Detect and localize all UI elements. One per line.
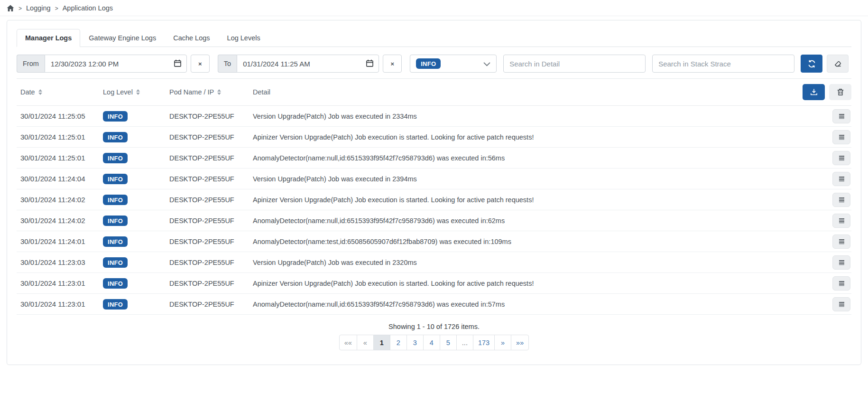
delete-logs-button[interactable]	[829, 84, 851, 100]
list-icon	[838, 155, 845, 161]
clear-to-date-button[interactable]: ×	[383, 55, 402, 73]
search-stack-trace-input[interactable]	[652, 55, 794, 73]
log-level-badge: INFO	[103, 257, 128, 268]
log-detail-button[interactable]	[832, 172, 850, 186]
pagination-page-2[interactable]: 2	[390, 335, 407, 350]
log-detail-button[interactable]	[832, 235, 850, 249]
log-level-cell: INFO	[103, 153, 169, 163]
log-date: 30/01/2024 11:24:01	[17, 237, 103, 245]
log-detail-button[interactable]	[832, 276, 850, 291]
breadcrumb-separator: >	[55, 5, 58, 12]
log-detail-button[interactable]	[832, 109, 850, 123]
tab-manager-logs[interactable]: Manager Logs	[17, 29, 80, 47]
column-header-log-level[interactable]: Log Level	[103, 88, 169, 96]
log-pod-name: DESKTOP-2PE55UF	[169, 196, 253, 204]
log-level-badge: INFO	[103, 216, 128, 226]
to-date-input[interactable]	[237, 55, 379, 73]
log-detail-button[interactable]	[832, 255, 850, 270]
table-row: 30/01/2024 11:24:02 INFO DESKTOP-2PE55UF…	[17, 189, 851, 210]
log-level-badge: INFO	[103, 299, 128, 310]
pagination-page-4[interactable]: 4	[423, 335, 440, 350]
log-detail-button[interactable]	[832, 151, 850, 165]
clear-from-date-button[interactable]: ×	[191, 55, 210, 73]
log-level-select[interactable]: INFO	[410, 55, 497, 73]
clear-filters-button[interactable]	[827, 55, 849, 73]
log-pod-name: DESKTOP-2PE55UF	[169, 217, 253, 225]
breadcrumb-item-application-logs: Application Logs	[63, 4, 113, 12]
pagination-page-1[interactable]: 1	[373, 335, 390, 350]
download-logs-button[interactable]	[803, 84, 825, 100]
table-row: 30/01/2024 11:23:01 INFO DESKTOP-2PE55UF…	[17, 294, 851, 315]
log-pod-name: DESKTOP-2PE55UF	[169, 154, 253, 162]
pagination-first[interactable]: ««	[339, 335, 357, 350]
log-level-selected-badge: INFO	[416, 58, 441, 69]
log-detail-button[interactable]	[832, 297, 850, 311]
logs-card: Manager LogsGateway Engine LogsCache Log…	[7, 20, 861, 365]
log-detail-text: Apinizer Version Upgrade(Patch) Job exec…	[253, 280, 821, 287]
tab-cache-logs[interactable]: Cache Logs	[165, 29, 218, 47]
pagination-ellipsis: ...	[456, 335, 473, 350]
log-detail-text: AnomalyDetector(name:test,id:65085605907…	[253, 238, 821, 245]
log-level-cell: INFO	[103, 216, 169, 226]
refresh-button[interactable]	[801, 55, 822, 73]
log-level-cell: INFO	[103, 174, 169, 184]
log-detail-text: Version Upgrade(Patch) Job was executed …	[253, 259, 821, 266]
table-row: 30/01/2024 11:24:04 INFO DESKTOP-2PE55UF…	[17, 169, 851, 189]
log-level-cell: INFO	[103, 195, 169, 205]
log-date: 30/01/2024 11:25:01	[17, 154, 103, 162]
log-detail-text: AnomalyDetector(name:null,id:6515393f95f…	[253, 300, 821, 308]
refresh-icon	[808, 60, 816, 68]
log-pod-name: DESKTOP-2PE55UF	[169, 175, 253, 183]
column-label: Date	[20, 88, 35, 96]
table-row: 30/01/2024 11:25:01 INFO DESKTOP-2PE55UF…	[17, 148, 851, 169]
log-level-badge: INFO	[103, 153, 128, 163]
log-date: 30/01/2024 11:25:01	[17, 133, 103, 141]
pagination-last[interactable]: »»	[511, 335, 529, 350]
pagination-next[interactable]: »	[494, 335, 511, 350]
log-level-badge: INFO	[103, 174, 128, 184]
from-date-input[interactable]	[45, 55, 187, 73]
log-detail-button[interactable]	[832, 214, 850, 228]
table-row: 30/01/2024 11:23:01 INFO DESKTOP-2PE55UF…	[17, 273, 851, 294]
log-pod-name: DESKTOP-2PE55UF	[169, 238, 253, 245]
pagination-page-173[interactable]: 173	[473, 335, 495, 350]
log-detail-button[interactable]	[832, 193, 850, 207]
log-date: 30/01/2024 11:23:03	[17, 258, 103, 266]
column-label: Detail	[253, 88, 270, 96]
list-icon	[838, 113, 845, 120]
home-icon[interactable]	[7, 5, 14, 12]
log-detail-button[interactable]	[832, 130, 850, 144]
log-pod-name: DESKTOP-2PE55UF	[169, 259, 253, 266]
pagination-summary: Showing 1 - 10 of 1726 items.	[17, 323, 851, 330]
log-detail-text: Version Upgrade(Patch) Job was executed …	[253, 175, 821, 183]
log-date: 30/01/2024 11:24:02	[17, 216, 103, 225]
list-icon	[838, 301, 845, 308]
filter-bar: From × To × INFO	[17, 55, 851, 73]
column-label: Pod Name / IP	[169, 88, 214, 96]
breadcrumb-item-logging[interactable]: Logging	[26, 4, 51, 12]
pagination-page-3[interactable]: 3	[406, 335, 424, 350]
log-level-cell: INFO	[103, 299, 169, 310]
download-icon	[810, 88, 818, 96]
log-date: 30/01/2024 11:23:01	[17, 279, 103, 287]
log-detail-text: AnomalyDetector(name:null,id:6515393f95f…	[253, 217, 821, 225]
tab-log-levels[interactable]: Log Levels	[219, 29, 269, 47]
search-detail-input[interactable]	[503, 55, 646, 73]
log-level-badge: INFO	[103, 111, 128, 122]
column-header-date[interactable]: Date	[17, 88, 103, 96]
from-label: From	[17, 55, 45, 73]
log-detail-text: Version Upgrade(Patch) Job was executed …	[253, 113, 821, 120]
tab-gateway-engine-logs[interactable]: Gateway Engine Logs	[80, 29, 165, 47]
list-icon	[838, 238, 845, 245]
pagination-prev[interactable]: «	[357, 335, 374, 350]
table-row: 30/01/2024 11:23:03 INFO DESKTOP-2PE55UF…	[17, 252, 851, 273]
log-pod-name: DESKTOP-2PE55UF	[169, 280, 253, 287]
log-level-badge: INFO	[103, 195, 128, 205]
column-header-pod-name[interactable]: Pod Name / IP	[169, 88, 253, 96]
column-header-detail: Detail	[253, 88, 803, 96]
log-level-cell: INFO	[103, 257, 169, 268]
log-detail-text: Apinizer Version Upgrade(Patch) Job exec…	[253, 196, 821, 204]
pagination-page-5[interactable]: 5	[440, 335, 457, 350]
log-level-badge: INFO	[103, 278, 128, 289]
chevron-down-icon	[483, 60, 490, 68]
